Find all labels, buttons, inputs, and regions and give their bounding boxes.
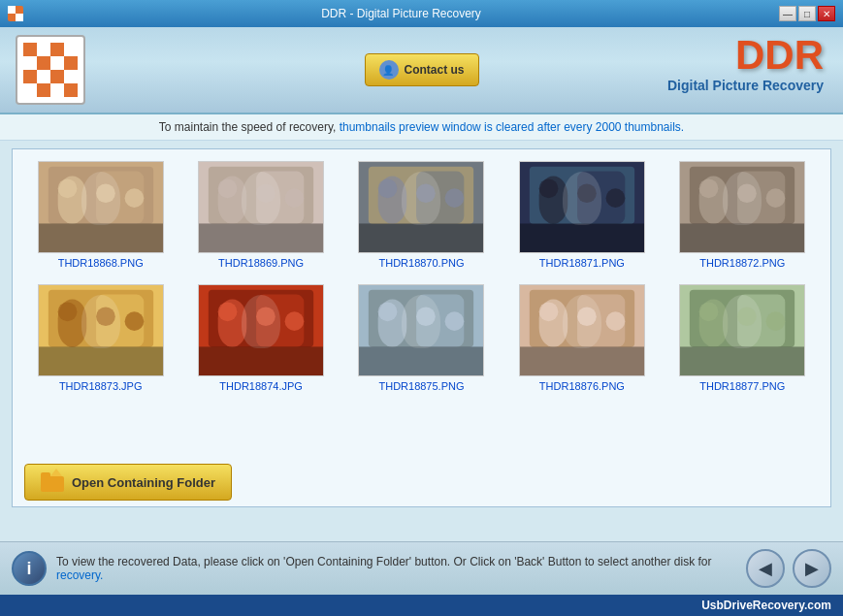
svg-point-81: [737, 307, 757, 326]
thumbnail-image: [198, 284, 324, 376]
thumbnail-label: THDR18872.PNG: [699, 257, 785, 269]
svg-rect-1: [8, 6, 16, 14]
thumbnail-label: THDR18869.PNG: [218, 257, 304, 269]
svg-point-64: [378, 302, 398, 321]
svg-point-49: [96, 307, 115, 326]
svg-point-34: [606, 188, 626, 208]
svg-point-25: [417, 183, 437, 203]
window-controls: — □ ✕: [779, 6, 835, 21]
svg-point-10: [124, 188, 144, 208]
thumbnail-label: THDR18868.PNG: [58, 257, 144, 269]
svg-point-8: [57, 178, 77, 198]
svg-point-57: [256, 307, 276, 326]
footer-text: UsbDriveRecovery.com: [701, 599, 831, 612]
app-icon: [8, 6, 23, 21]
svg-point-48: [57, 302, 77, 321]
svg-point-58: [285, 311, 305, 331]
svg-point-40: [699, 178, 719, 198]
svg-point-66: [445, 311, 465, 331]
thumbnail-label: THDR18877.PNG: [699, 380, 785, 392]
svg-rect-39: [680, 224, 804, 253]
forward-button[interactable]: ▶: [793, 549, 831, 588]
title-bar: DDR - Digital Picture Recovery — □ ✕: [0, 0, 843, 27]
svg-point-42: [766, 188, 786, 208]
logo-box: [16, 35, 85, 105]
svg-point-72: [539, 302, 559, 321]
ddr-title: DDR: [667, 35, 824, 76]
main-content: THDR18868.PNGTHDR18869.PNGTHDR18870.PNGT…: [12, 148, 831, 507]
logo-checkerboard: [23, 43, 78, 97]
thumbnail-image: [679, 284, 805, 376]
svg-point-32: [539, 178, 559, 198]
minimize-button[interactable]: —: [779, 6, 796, 21]
maximize-button[interactable]: □: [798, 6, 816, 21]
window-title: DDR - Digital Picture Recovery: [23, 7, 779, 20]
info-bar: To maintain the speed of recovery, thumb…: [0, 114, 843, 141]
svg-rect-79: [680, 347, 804, 376]
svg-rect-55: [199, 347, 323, 376]
svg-rect-47: [39, 347, 163, 376]
thumbnail-grid[interactable]: THDR18868.PNGTHDR18869.PNGTHDR18870.PNGT…: [13, 149, 830, 458]
svg-point-17: [256, 183, 276, 203]
status-text: To view the recovered Data, please click…: [56, 555, 736, 582]
svg-point-9: [96, 183, 115, 203]
svg-point-18: [285, 188, 305, 208]
svg-rect-15: [199, 224, 323, 253]
thumbnail-image: [38, 161, 164, 253]
thumbnail-image: [198, 161, 324, 253]
svg-rect-71: [520, 347, 644, 376]
thumbnail-item[interactable]: THDR18875.PNG: [345, 284, 498, 392]
thumbnail-label: THDR18875.PNG: [378, 380, 464, 392]
info-text-highlight: thumbnails preview window is cleared aft…: [340, 120, 685, 134]
contact-icon: 👤: [378, 60, 398, 80]
thumbnail-item[interactable]: THDR18868.PNG: [24, 161, 177, 269]
thumbnail-label: THDR18876.PNG: [539, 380, 625, 392]
thumbnail-label: THDR18873.JPG: [59, 380, 143, 392]
svg-rect-23: [359, 224, 483, 253]
thumbnail-image: [358, 284, 484, 376]
thumbnail-item[interactable]: THDR18869.PNG: [184, 161, 337, 269]
svg-point-56: [218, 302, 238, 321]
footer: UsbDriveRecovery.com: [0, 595, 843, 616]
svg-point-16: [218, 178, 238, 198]
thumbnail-label: THDR18870.PNG: [378, 257, 464, 269]
svg-point-80: [699, 302, 719, 321]
thumbnail-item[interactable]: THDR18877.PNG: [666, 284, 819, 392]
svg-rect-31: [520, 224, 644, 253]
thumbnail-item[interactable]: THDR18872.PNG: [666, 161, 819, 269]
thumbnail-label: THDR18871.PNG: [539, 257, 625, 269]
folder-icon: [41, 472, 64, 492]
thumbnail-image: [519, 284, 645, 376]
thumbnail-image: [358, 161, 484, 253]
svg-point-24: [378, 178, 398, 198]
svg-point-50: [124, 311, 144, 331]
info-text-normal: To maintain the speed of recovery,: [159, 120, 340, 134]
svg-point-74: [606, 311, 626, 331]
svg-rect-63: [359, 347, 483, 376]
svg-rect-2: [16, 14, 23, 21]
thumbnail-item[interactable]: THDR18870.PNG: [345, 161, 498, 269]
contact-button[interactable]: 👤 Contact us: [364, 53, 478, 86]
svg-rect-7: [39, 224, 163, 253]
thumbnail-item[interactable]: THDR18871.PNG: [505, 161, 658, 269]
status-bar: i To view the recovered Data, please cli…: [0, 541, 843, 595]
thumbnail-image: [679, 161, 805, 253]
thumbnail-image: [519, 161, 645, 253]
back-button[interactable]: ◀: [746, 549, 785, 588]
header: 👤 Contact us DDR Digital Picture Recover…: [0, 27, 843, 114]
close-button[interactable]: ✕: [818, 6, 835, 21]
thumbnail-item[interactable]: THDR18874.JPG: [184, 284, 337, 392]
info-icon: i: [12, 551, 47, 586]
bottom-bar: Open Containing Folder: [13, 458, 830, 506]
svg-point-33: [577, 183, 597, 203]
ddr-subtitle: Digital Picture Recovery: [667, 78, 824, 93]
svg-point-41: [737, 183, 757, 203]
nav-buttons: ◀ ▶: [746, 549, 831, 588]
thumbnail-label: THDR18874.JPG: [219, 380, 303, 392]
svg-point-73: [577, 307, 597, 326]
thumbnail-image: [38, 284, 164, 376]
thumbnail-item[interactable]: THDR18873.JPG: [24, 284, 177, 392]
open-folder-button[interactable]: Open Containing Folder: [24, 464, 232, 501]
svg-point-82: [766, 311, 786, 331]
thumbnail-item[interactable]: THDR18876.PNG: [505, 284, 658, 392]
